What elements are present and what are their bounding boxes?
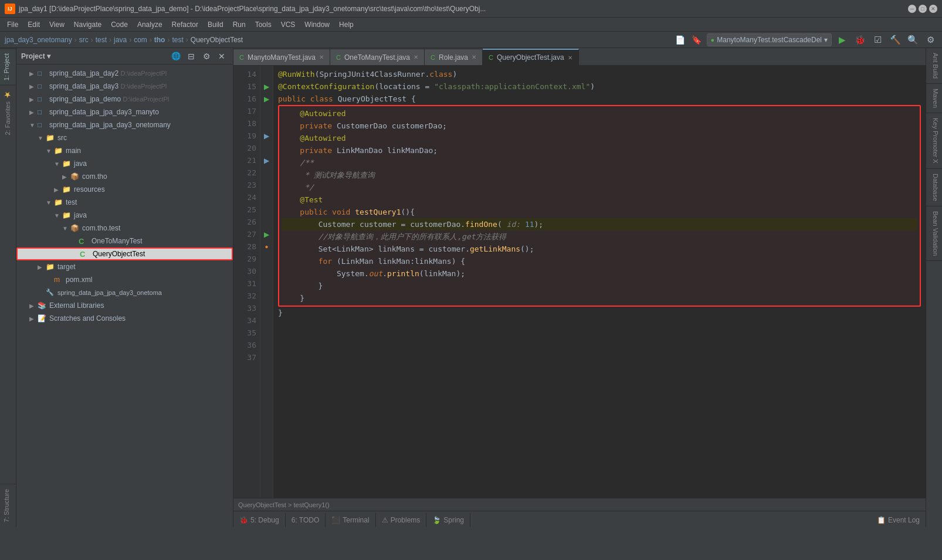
gutter-19: ▶: [260, 130, 273, 142]
tree-item-pom[interactable]: m pom.xml: [16, 273, 233, 286]
bottom-tab-todo[interactable]: 6: TODO: [286, 513, 326, 527]
code-line-24: * 测试对象导航查询: [282, 169, 917, 181]
tab-favorites[interactable]: 2: Favorites ★: [0, 85, 16, 140]
window-title: jpa_day1 [D:\ideaProjectPlace\spring_dat…: [19, 5, 908, 13]
tree-arrow-test: ▼: [46, 199, 54, 206]
tree-item-com-tho-test[interactable]: ▼ 📦 com.tho.test: [16, 222, 233, 235]
menu-code[interactable]: Code: [106, 18, 133, 32]
tree-item-onetomanytest[interactable]: C OneToManyTest: [16, 235, 233, 247]
project-title: Project ▾: [21, 52, 170, 60]
menu-tools[interactable]: Tools: [250, 18, 276, 32]
project-close-icon[interactable]: ✕: [215, 50, 228, 63]
tree-item-day2[interactable]: ▶ □ spring_data_jpa_day2 D:\ideaProjectP…: [16, 67, 233, 80]
project-gear-icon[interactable]: ⚙: [200, 50, 213, 63]
menu-run[interactable]: Run: [228, 18, 250, 32]
tree-item-test-java[interactable]: ▼ 📁 java: [16, 209, 233, 222]
tree-item-scratches[interactable]: ▶ 📝 Scratches and Consoles: [16, 312, 233, 325]
tab-icon-onetomany: C: [336, 54, 341, 61]
breadcrumb-item-5[interactable]: tho: [154, 36, 165, 44]
bottom-tab-terminal[interactable]: ⬛ Terminal: [326, 513, 375, 527]
run-config-dropdown[interactable]: ● ManytoManyTest.testCascadeDel ▾: [707, 33, 832, 46]
project-collapse-icon[interactable]: ⊟: [185, 50, 198, 63]
tab-icon-role: C: [431, 54, 435, 61]
tab-manytomanytest[interactable]: C ManytoManyTest.java ✕: [233, 49, 330, 65]
search-button[interactable]: 🔍: [906, 33, 920, 46]
close-button[interactable]: ✕: [929, 5, 937, 13]
tree-item-target[interactable]: ▶ 📁 target: [16, 260, 233, 273]
tab-onetomanytest[interactable]: C OneToManyTest.java ✕: [330, 49, 425, 65]
debug-button[interactable]: 🐞: [853, 33, 867, 46]
tree-item-day3[interactable]: ▶ □ spring_data_jpa_day3 D:\ideaProjectP…: [16, 80, 233, 93]
tree-item-spring-file[interactable]: 🔧 spring_data_jpa_jpa_day3_onetoma: [16, 286, 233, 299]
tree-item-com-tho[interactable]: ▶ 📦 com.tho: [16, 170, 233, 183]
terminal-icon: ⬛: [331, 516, 340, 524]
spring-icon: 🍃: [432, 516, 441, 524]
tree-item-demo[interactable]: ▶ □ spring_data_jpa_demo D:\ideaProjectP…: [16, 93, 233, 106]
tab-project[interactable]: 1: Project: [0, 48, 16, 85]
tree-item-main-java[interactable]: ▼ 📁 java: [16, 157, 233, 170]
project-panel: Project ▾ 🌐 ⊟ ⚙ ✕ ▶ □ spring_data_jpa_d: [16, 48, 233, 527]
file-icon-spring: 🔧: [46, 289, 55, 297]
run-coverage-button[interactable]: ☑: [870, 33, 885, 46]
code-line-34: }: [282, 280, 917, 292]
breadcrumb-item-0[interactable]: jpa_day3_onetomany: [5, 36, 72, 44]
tree-item-external-libs[interactable]: ▶ 📚 External Libraries: [16, 299, 233, 312]
breadcrumb-item-7[interactable]: QueryObjectTest: [191, 36, 243, 44]
menu-navigate[interactable]: Navigate: [69, 18, 106, 32]
tree-item-onetom[interactable]: ▼ □ spring_data_jpa_jpa_day3_onetomany: [16, 118, 233, 131]
menu-vcs[interactable]: VCS: [276, 18, 300, 32]
menu-help[interactable]: Help: [334, 18, 358, 32]
menu-view[interactable]: View: [45, 18, 69, 32]
bottom-tab-debug[interactable]: 🐞 5: Debug: [233, 513, 286, 527]
event-log-button[interactable]: 📋 Event Log: [871, 513, 926, 527]
menu-refactor[interactable]: Refactor: [167, 18, 203, 32]
rv-tab-keypromoter[interactable]: Key Promoter X: [926, 113, 942, 169]
minimize-button[interactable]: ─: [908, 5, 916, 13]
rv-tab-maven[interactable]: Maven: [926, 84, 942, 113]
gutter-25: [260, 203, 273, 216]
bottom-tab-problems[interactable]: ⚠ Problems: [376, 513, 427, 527]
gutter-14: [260, 68, 273, 80]
tab-close-manytomany[interactable]: ✕: [319, 54, 324, 60]
tab-structure[interactable]: 7: Structure: [0, 484, 16, 527]
code-content[interactable]: @RunWith(SpringJUnit4ClassRunner.class) …: [273, 66, 926, 498]
menu-edit[interactable]: Edit: [23, 18, 45, 32]
code-editor[interactable]: 14 15 16 17 18 19 20 21 22 23 24 25 26 2…: [233, 66, 926, 498]
gutter-31: [260, 277, 273, 290]
menu-file[interactable]: File: [2, 18, 23, 32]
menu-build[interactable]: Build: [203, 18, 228, 32]
tree-item-queryobjecttest[interactable]: C QueryObjectTest: [16, 247, 233, 260]
tree-item-test[interactable]: ▼ 📁 test: [16, 196, 233, 209]
breadcrumb-item-4[interactable]: com: [134, 36, 147, 44]
file-icon-btn[interactable]: 📄: [674, 33, 687, 46]
gutter-30: [260, 265, 273, 277]
run-button[interactable]: ▶: [835, 33, 849, 46]
rv-tab-ant[interactable]: Ant Build: [926, 48, 942, 84]
gutter-20: [260, 142, 273, 154]
tree-item-src[interactable]: ▼ 📁 src: [16, 131, 233, 144]
menu-window[interactable]: Window: [300, 18, 334, 32]
java-icon-onetomanytest: C: [79, 237, 88, 245]
tab-close-role[interactable]: ✕: [472, 54, 476, 60]
breadcrumb-item-2[interactable]: test: [96, 36, 107, 44]
rv-tab-beanvalidation[interactable]: Bean Validation: [926, 206, 942, 261]
bookmark-btn[interactable]: 🔖: [690, 33, 703, 46]
tab-close-onetomany[interactable]: ✕: [414, 54, 418, 60]
tree-arrow-test-java: ▼: [54, 212, 62, 219]
project-scope-icon[interactable]: 🌐: [170, 50, 182, 63]
settings-button[interactable]: ⚙: [923, 33, 937, 46]
breadcrumb-item-1[interactable]: src: [79, 36, 89, 44]
tree-item-manytom[interactable]: ▶ □ spring_data_jpa_jpa_day3_manyto: [16, 106, 233, 118]
tree-item-resources[interactable]: ▶ 📁 resources: [16, 183, 233, 196]
breadcrumb-item-6[interactable]: test: [172, 36, 183, 44]
tab-queryobjecttest[interactable]: C QueryObjectTest.java ✕: [483, 49, 579, 65]
tab-role[interactable]: C Role.java ✕: [425, 49, 483, 65]
build-button[interactable]: 🔨: [888, 33, 902, 46]
breadcrumb-item-3[interactable]: java: [114, 36, 127, 44]
maximize-button[interactable]: □: [919, 5, 927, 13]
rv-tab-database[interactable]: Database: [926, 169, 942, 206]
menu-analyze[interactable]: Analyze: [133, 18, 167, 32]
bottom-tab-spring[interactable]: 🍃 Spring: [426, 513, 470, 527]
tree-item-main[interactable]: ▼ 📁 main: [16, 144, 233, 157]
tab-close-queryobject[interactable]: ✕: [568, 55, 572, 61]
